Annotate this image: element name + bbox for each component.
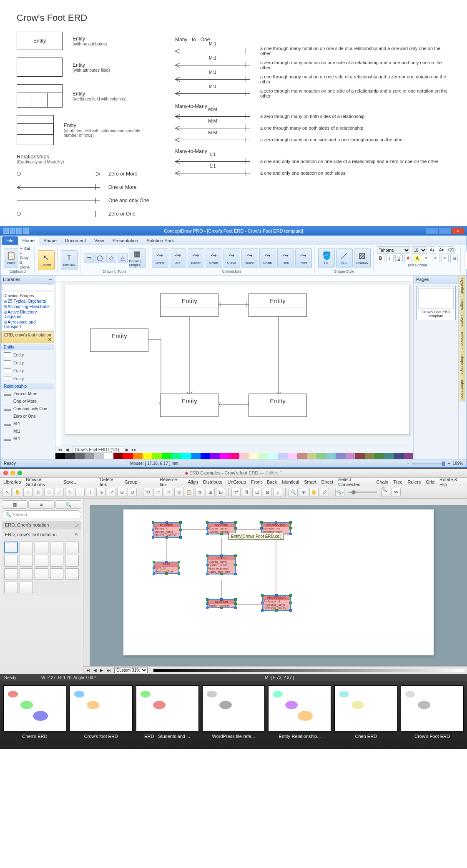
palette-swatch[interactable]	[307, 453, 316, 459]
erd-entity-node[interactable]: SEATSeat_noSeat_position	[153, 562, 179, 574]
fill-button[interactable]: 🪣Fill	[318, 248, 335, 268]
menu-identical[interactable]: Identical	[282, 479, 299, 484]
palette-swatch[interactable]	[229, 453, 239, 459]
menu-tree[interactable]: Tree	[393, 479, 402, 484]
palette-swatch[interactable]	[326, 453, 336, 459]
bold-button[interactable]: B	[377, 255, 384, 262]
menu-align[interactable]: Align	[188, 479, 198, 484]
palette-swatch[interactable]	[152, 453, 162, 459]
menu-back[interactable]: Back	[267, 479, 277, 484]
draw-tool-1[interactable]: ▭	[84, 253, 94, 263]
page-thumbnail[interactable]: Crow's Foot ERD template	[416, 286, 456, 320]
palette-swatch[interactable]	[104, 453, 113, 459]
palette-swatch[interactable]	[316, 453, 326, 459]
menu-reverse-link[interactable]: Reverse link	[160, 477, 183, 487]
toolbar-button[interactable]: ≫	[392, 488, 401, 497]
toolbar-button[interactable]: ⧉	[195, 488, 204, 497]
zoom-out-button[interactable]: –	[407, 461, 409, 466]
palette-swatch[interactable]	[133, 453, 143, 459]
connector-smart-button[interactable]: ⤳Smart	[206, 248, 222, 268]
tab-nav-first[interactable]: ⏮	[58, 447, 62, 452]
qat-redo-icon[interactable]	[23, 228, 29, 234]
maximize-button[interactable]: □	[439, 228, 451, 234]
side-tab-shape-style[interactable]: Shape Style	[459, 352, 465, 378]
qat-undo-icon[interactable]	[16, 228, 22, 234]
menu-distribute[interactable]: Distribute	[203, 479, 222, 484]
connector-curve-button[interactable]: ⤳Curve	[223, 248, 240, 268]
toolbar-button[interactable]: ／	[55, 488, 64, 497]
template-thumbnail[interactable]: WordPress file-refe...	[202, 685, 265, 739]
clone-button[interactable]: ⧉ Clone	[20, 261, 31, 269]
menu-ungroup[interactable]: UnGroup	[227, 479, 246, 484]
color-palette[interactable]	[55, 453, 413, 459]
palette-swatch[interactable]	[259, 453, 268, 459]
connector-bezier-button[interactable]: ⤳Bezier	[188, 248, 204, 268]
app-icon[interactable]	[3, 228, 9, 234]
toolbar-button[interactable]: ⊠	[263, 488, 272, 497]
erd-entity-node[interactable]: CLASSCourse_nameSection_numbNum_register…	[207, 555, 236, 574]
toolbar-button[interactable]: T	[23, 488, 33, 497]
entity-node[interactable]: Entity	[160, 394, 218, 417]
palette-swatch[interactable]	[239, 453, 249, 459]
palette-swatch[interactable]	[288, 453, 297, 459]
mac-drawing-page[interactable]: STUDENTStudent_idStudent_nameStudent_add…	[123, 509, 434, 655]
drawing-shapes-button[interactable]: ▦Drawing Shapes	[129, 248, 146, 268]
palette-swatch[interactable]	[268, 453, 278, 459]
page-nav-prev[interactable]: ◀	[93, 668, 97, 672]
side-tab-layers[interactable]: Layers	[459, 313, 465, 329]
side-tool-3[interactable]: 🔍	[55, 500, 81, 509]
menu-browse-solutions[interactable]: Browse Solutions	[26, 477, 58, 487]
menu-chain[interactable]: Chain	[376, 479, 388, 484]
connector-tree-button[interactable]: ⤳Tree	[277, 248, 294, 268]
palette-swatch[interactable]	[113, 453, 123, 459]
entity-node[interactable]: Entity	[249, 394, 307, 417]
toolbar-button[interactable]: ↖	[3, 488, 12, 497]
toolbar-button[interactable]: ◻	[34, 488, 43, 497]
shape-variant[interactable]	[65, 542, 79, 553]
toolbar-button[interactable]: 👁	[299, 488, 308, 497]
side-tab-pages[interactable]: Pages	[459, 297, 465, 313]
page-nav-last[interactable]: ⏭	[107, 668, 111, 672]
library-search-input[interactable]	[1, 285, 54, 290]
palette-swatch[interactable]	[249, 453, 259, 459]
ribbon-tab-file[interactable]: File	[2, 236, 18, 245]
line-button[interactable]: ／Line	[336, 248, 353, 268]
toolbar-button[interactable]: ⤴	[86, 488, 95, 497]
toolbar-button[interactable]: 🔍-	[335, 488, 344, 497]
toolbar-button[interactable]: 🔍+	[381, 488, 390, 497]
menu-delete-link[interactable]: Delete link	[100, 477, 120, 487]
page-nav-next[interactable]: ▶	[100, 668, 103, 672]
palette-swatch[interactable]	[123, 453, 133, 459]
shape-variant[interactable]	[20, 542, 33, 553]
shape-item[interactable]: Entity	[1, 351, 54, 359]
shape-item[interactable]: Entity	[1, 375, 54, 382]
close-tab-icon[interactable]: ⊖	[74, 522, 78, 528]
connector-direct-button[interactable]: ⤳Direct	[152, 248, 168, 268]
toolbar-button[interactable]: 🔍	[289, 488, 298, 497]
toolbar-button[interactable]: ⇅	[242, 488, 251, 497]
toolbar-button[interactable]: 📋	[185, 488, 194, 497]
palette-swatch[interactable]	[210, 453, 220, 459]
minimize-button[interactable]	[10, 471, 15, 475]
entity-node[interactable]: Entity	[90, 329, 148, 352]
shape-variant[interactable]	[4, 555, 18, 567]
qat-save-icon[interactable]	[10, 228, 15, 234]
shape-variant[interactable]	[4, 542, 18, 553]
menu-group[interactable]: Group	[125, 479, 138, 484]
category-relationship[interactable]: Relationship	[1, 383, 54, 389]
toolbar-button[interactable]: ↘	[96, 488, 105, 497]
shape-item[interactable]: Entity	[1, 367, 54, 374]
connector-arc-button[interactable]: ⤳Arc	[170, 248, 186, 268]
palette-swatch[interactable]	[374, 453, 384, 459]
menu-libraries[interactable]: Libraries	[3, 479, 21, 484]
entity-node[interactable]: Entity	[249, 294, 307, 317]
panel-pin-icon[interactable]: ⊣	[48, 277, 53, 282]
palette-swatch[interactable]	[394, 453, 404, 459]
title-dropdown-icon[interactable]: ˅	[280, 470, 282, 475]
tree-item[interactable]: ⊞ Active Directory Diagrams	[3, 309, 53, 319]
palette-swatch[interactable]	[143, 453, 152, 459]
highlight-button[interactable]: A	[414, 255, 421, 262]
shape-variant[interactable]	[50, 542, 64, 553]
toolbar-button[interactable]: ⊟	[216, 488, 225, 497]
zoom-slider[interactable]	[412, 463, 445, 464]
